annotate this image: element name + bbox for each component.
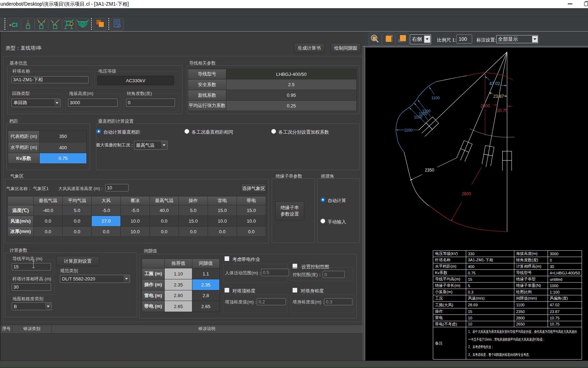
svg-text:Cl: Cl [12,22,18,28]
svg-text:23.87: 23.87 [493,94,504,99]
svg-text:47.02: 47.02 [489,81,500,86]
svg-text:2350: 2350 [425,168,434,173]
svg-text:10.75: 10.75 [497,108,507,113]
svg-text:2800: 2800 [462,191,471,196]
svg-text:+: + [9,22,12,28]
svg-text:2800: 2800 [480,104,490,108]
svg-text:1100: 1100 [414,115,423,119]
svg-text:1100: 1100 [431,96,440,100]
svg-text:1100: 1100 [404,128,413,132]
